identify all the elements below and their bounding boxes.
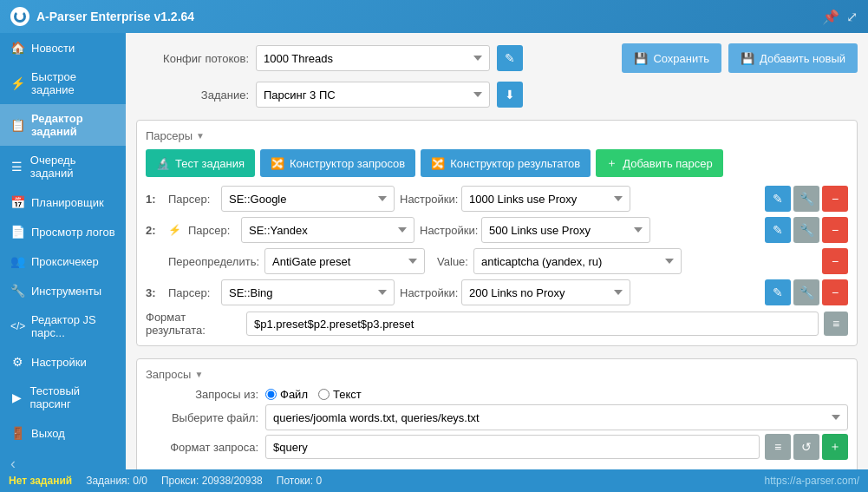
parser-select-1[interactable]: SE::Google (221, 186, 395, 212)
sidebar-item-logout[interactable]: 🚪 Выход (0, 418, 126, 448)
sidebar-label-tools: Инструменты (31, 285, 101, 298)
sidebar-collapse-btn[interactable]: ‹ (0, 448, 126, 469)
sidebar-item-settings[interactable]: ⚙ Настройки (0, 347, 126, 377)
config-edit-btn[interactable]: ✎ (497, 45, 523, 71)
app-title: A-Parser Enterprise v1.2.64 (36, 10, 194, 23)
query-undo-btn[interactable]: ↺ (793, 434, 819, 460)
sidebar-item-proxy-checker[interactable]: 👥 Проксичекер (0, 246, 126, 276)
pin-icon[interactable]: 📌 (822, 9, 839, 25)
query-add-btn[interactable]: ＋ (822, 434, 848, 460)
parser-remove-btn-2[interactable]: − (822, 217, 848, 243)
parser-toolbar: 🔬 Тест задания 🔀 Конструктор запросов 🔀 … (146, 149, 848, 177)
main-layout: 🏠 Новости ⚡ Быстрое задание 📋 Редактор з… (0, 33, 868, 469)
queries-title: Запросы ▼ (146, 368, 848, 381)
parser-row-2: 2: ⚡ Парсер: SE::Yandex Настройки: 500 L… (146, 217, 848, 243)
sidebar-label-logout: Выход (31, 427, 65, 440)
log-icon: 📄 (10, 225, 24, 239)
file-select[interactable]: queries/joomla words.txt, queries/keys.t… (265, 404, 848, 430)
query-menu-btn[interactable]: ≡ (765, 434, 791, 460)
save-disk-icon: 💾 (634, 52, 648, 65)
sidebar-item-test-parsing[interactable]: ▶ Тестовый парсинг (0, 377, 126, 418)
add-parser-label: Добавить парсер (623, 157, 713, 170)
radio-text[interactable] (318, 389, 330, 400)
save-button[interactable]: 💾 Сохранить (622, 43, 721, 73)
site-link[interactable]: https://a-parser.com/ (765, 475, 859, 487)
settings-select-1[interactable]: 1000 Links use Proxy (461, 186, 630, 212)
results-constructor-btn[interactable]: 🔀 Конструктор результатов (421, 149, 591, 177)
sidebar-item-task-editor[interactable]: 📋 Редактор заданий (0, 104, 126, 146)
sidebar-item-tools[interactable]: 🔧 Инструменты (0, 276, 126, 305)
tasks-label: Задания: (86, 475, 130, 487)
add-new-button[interactable]: 💾 Добавить новый (728, 43, 858, 73)
parser-edit-btn-2[interactable]: ✎ (765, 217, 791, 243)
format-row: Формат результата: ≡ (146, 311, 848, 337)
results-constructor-label: Конструктор результатов (450, 157, 580, 170)
status-proxy: Прокси: 20938/20938 (161, 475, 263, 487)
settings-select-2[interactable]: 500 Links use Proxy (481, 217, 650, 243)
radio-file-label[interactable]: Файл (265, 388, 308, 401)
resize-icon[interactable]: ⤢ (846, 9, 858, 25)
parser-remove-btn-3[interactable]: − (822, 279, 848, 305)
query-format-input[interactable] (265, 435, 760, 459)
sidebar-item-js-editor[interactable]: </> Редактор JS парс... (0, 305, 126, 347)
task-download-btn[interactable]: ⬇ (497, 82, 523, 108)
sidebar-label-editor: Редактор заданий (31, 112, 115, 138)
threads-value: 0 (317, 475, 323, 487)
content-area: Конфиг потоков: 1000 Threads ✎ 💾 Сохрани… (126, 33, 868, 469)
parser-wrench-btn-2[interactable]: 🔧 (793, 217, 819, 243)
config-label: Конфиг потоков: (136, 52, 249, 65)
settings-select-3[interactable]: 200 Links no Proxy (461, 279, 630, 305)
sub-remove-btn[interactable]: − (822, 248, 848, 274)
sidebar-item-news[interactable]: 🏠 Новости (0, 33, 126, 62)
file-label: Выберите файл: (146, 411, 258, 424)
save-label: Сохранить (653, 52, 709, 65)
radio-file[interactable] (265, 389, 277, 400)
sidebar-label-test: Тестовый парсинг (30, 384, 115, 410)
parser-edit-btn-3[interactable]: ✎ (765, 279, 791, 305)
parser-select-2[interactable]: SE::Yandex (241, 217, 414, 243)
radio-text-label[interactable]: Текст (318, 388, 362, 401)
task-select[interactable]: Парсинг 3 ПС (256, 82, 490, 108)
settings-label-2: Настройки: (420, 224, 476, 237)
quick-icon: ⚡ (10, 76, 24, 90)
parser-actions-1: ✎ 🔧 − (765, 186, 848, 212)
parser-wrench-btn-1[interactable]: 🔧 (793, 186, 819, 212)
parser-wrench-btn-3[interactable]: 🔧 (793, 279, 819, 305)
format-input[interactable] (246, 312, 819, 336)
parser-row-1: 1: Парсер: SE::Google Настройки: 1000 Li… (146, 186, 848, 212)
queries-section: Запросы ▼ Запросы из: Файл Текст В (136, 358, 858, 469)
sidebar-item-scheduler[interactable]: 📅 Планировщик (0, 187, 126, 217)
sidebar-label-quick: Быстрое задание (31, 70, 115, 96)
sidebar-label-log: Просмотр логов (31, 226, 115, 239)
header-right: 📌 ⤢ (822, 9, 858, 25)
sidebar-label-scheduler: Планировщик (31, 196, 104, 209)
test-icon-btn: 🔬 (156, 157, 170, 170)
parser-edit-btn-1[interactable]: ✎ (765, 186, 791, 212)
test-task-btn[interactable]: 🔬 Тест задания (146, 149, 255, 177)
header-left: A-Parser Enterprise v1.2.64 (10, 7, 194, 26)
sidebar-item-quick-task[interactable]: ⚡ Быстрое задание (0, 62, 126, 104)
parsers-arrow: ▼ (196, 131, 205, 141)
format-menu-btn[interactable]: ≡ (824, 312, 848, 336)
parsers-title-text: Парсеры (146, 129, 193, 142)
sidebar-item-log-viewer[interactable]: 📄 Просмотр логов (0, 217, 126, 246)
app-header: A-Parser Enterprise v1.2.64 📌 ⤢ (0, 0, 868, 33)
override-select[interactable]: AntiGate preset (264, 248, 425, 274)
sidebar-label-settings: Настройки (31, 356, 87, 369)
parser-row-3: 3: Парсер: SE::Bing Настройки: 200 Links… (146, 279, 848, 305)
add-parser-btn[interactable]: ＋ Добавить парсер (596, 149, 723, 177)
override-label: Переопределить: (168, 255, 259, 268)
file-row: Выберите файл: queries/joomla words.txt,… (146, 404, 848, 430)
sidebar-item-task-queue[interactable]: ☰ Очередь заданий (0, 146, 126, 187)
sidebar: 🏠 Новости ⚡ Быстрое задание 📋 Редактор з… (0, 33, 126, 469)
settings-label-1: Настройки: (400, 193, 456, 206)
top-controls: Конфиг потоков: 1000 Threads ✎ 💾 Сохрани… (136, 43, 858, 73)
parser-remove-btn-1[interactable]: − (822, 186, 848, 212)
parser-label-3: Парсер: (168, 286, 216, 299)
source-radio-group: Файл Текст (265, 388, 362, 401)
query-constructor-btn[interactable]: 🔀 Конструктор запросов (260, 149, 415, 177)
parser-select-3[interactable]: SE::Bing (221, 279, 395, 305)
logout-icon: 🚪 (10, 426, 24, 440)
config-select[interactable]: 1000 Threads (256, 45, 490, 71)
antigate-value-select[interactable]: anticaptcha (yandex, ru) (473, 248, 682, 274)
